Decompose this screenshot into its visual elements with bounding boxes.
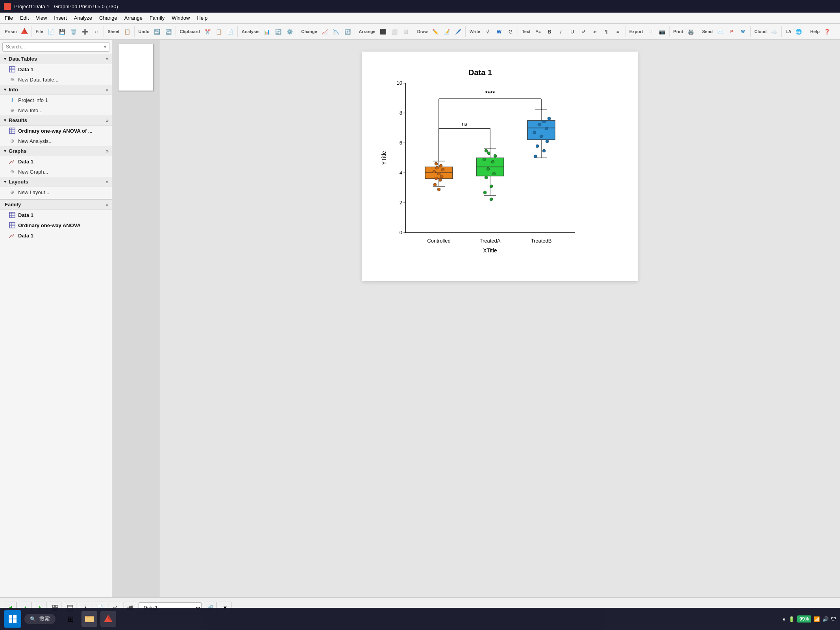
svg-point-43 (433, 170, 436, 173)
svg-point-46 (439, 164, 442, 167)
send-word-btn[interactable]: W (738, 26, 749, 37)
sidebar-item-data1[interactable]: Data 1 (0, 64, 112, 74)
menu-change[interactable]: Change (96, 14, 120, 22)
move-btn[interactable]: ↔️ (91, 26, 102, 37)
svg-rect-14 (9, 222, 15, 228)
arrange2-btn[interactable]: ⬜ (389, 26, 400, 37)
sheet-btn[interactable]: 📋 (122, 26, 133, 37)
cloud-btn[interactable]: ☁️ (769, 26, 780, 37)
new-file-btn[interactable]: 📄 (45, 26, 56, 37)
layouts-label: Layouts (9, 179, 28, 185)
write-w-btn[interactable]: W (494, 26, 505, 37)
new-layout-plus-icon: ⊕ (9, 189, 16, 196)
toolbar-text-group: Text Aa B I U x² x₂ ¶ ≡ (519, 26, 625, 37)
chart-title: Data 1 (468, 68, 492, 77)
delete-btn[interactable]: 🗑️ (68, 26, 79, 37)
help-btn[interactable]: ❓ (821, 26, 833, 37)
write-g-btn[interactable]: G (505, 26, 516, 37)
change1-btn[interactable]: 📈 (319, 26, 330, 37)
text-sub-btn[interactable]: x₂ (590, 26, 601, 37)
sidebar-item-new-analysis[interactable]: ⊕ New Analysis... (0, 136, 112, 146)
svg-rect-107 (87, 616, 89, 617)
graphs-more-icon[interactable]: » (106, 148, 109, 154)
family-item-anova[interactable]: Ordinary one-way ANOVA (0, 220, 112, 230)
menu-insert[interactable]: Insert (51, 14, 70, 22)
export-tiff-btn[interactable]: tiff (645, 26, 656, 37)
sqrt-btn[interactable]: √ (482, 26, 493, 37)
sidebar-item-new-info[interactable]: ⊕ New Info... (0, 105, 112, 115)
text-bold-btn[interactable]: B (544, 26, 555, 37)
graphs-header[interactable]: ▼ Graphs » (0, 146, 112, 156)
family-item-data1[interactable]: Data 1 (0, 210, 112, 220)
info-header[interactable]: ▼ Info » (0, 85, 112, 95)
paste-btn[interactable]: 📄 (225, 26, 236, 37)
text-aa-btn[interactable]: Aa (533, 26, 544, 37)
draw3-btn[interactable]: 🖊️ (453, 26, 464, 37)
family-more-icon[interactable]: » (106, 202, 109, 208)
text-super-btn[interactable]: x² (578, 26, 589, 37)
arrange3-btn[interactable]: ◻️ (400, 26, 411, 37)
menu-family[interactable]: Family (146, 14, 168, 22)
export-btn2[interactable]: 📷 (657, 26, 668, 37)
menu-help[interactable]: Help (194, 14, 211, 22)
layouts-more-icon[interactable]: » (106, 179, 109, 185)
sidebar-item-new-data-table[interactable]: ⊕ New Data Table... (0, 74, 112, 85)
info-more-icon[interactable]: » (106, 87, 109, 93)
taskbar-arrow-up[interactable]: ∧ (782, 616, 786, 622)
draw1-btn[interactable]: ✏️ (430, 26, 441, 37)
send-ppt-btn[interactable]: P (726, 26, 737, 37)
page-thumbnail[interactable] (118, 44, 154, 91)
taskbar-app-prism[interactable] (100, 611, 116, 627)
results-header[interactable]: ▼ Results » (0, 115, 112, 126)
family-item-graph[interactable]: Data 1 (0, 230, 112, 241)
cut-btn[interactable]: ✂️ (202, 26, 213, 37)
anova-label: Ordinary one-way ANOVA of ... (18, 128, 93, 134)
data-tables-section: ▼ Data Tables » Data 1 ⊕ New Data Table.… (0, 54, 112, 85)
menu-edit[interactable]: Edit (17, 14, 32, 22)
data-tables-header[interactable]: ▼ Data Tables » (0, 54, 112, 64)
settings-btn[interactable]: ⚙️ (284, 26, 295, 37)
menu-view[interactable]: View (33, 14, 50, 22)
taskbar-search[interactable]: 🔍 搜索 (24, 614, 56, 624)
sidebar-item-anova[interactable]: Ordinary one-way ANOVA of ... (0, 126, 112, 136)
menu-file[interactable]: File (2, 14, 16, 22)
print-btn[interactable]: 🖨️ (685, 26, 696, 37)
add-btn[interactable]: ➕ (80, 26, 91, 37)
text-align-btn[interactable]: ≡ (612, 26, 624, 37)
analyze-btn[interactable]: 📊 (261, 26, 272, 37)
layouts-expand-icon: ▼ (3, 180, 7, 184)
search-input[interactable] (2, 42, 109, 52)
undo-btn[interactable]: ↩️ (152, 26, 163, 37)
layouts-section: ▼ Layouts » ⊕ New Layout... (0, 177, 112, 197)
results-more-icon[interactable]: » (106, 118, 109, 123)
change2-btn[interactable]: 📉 (331, 26, 342, 37)
la-btn[interactable]: 🌐 (793, 26, 804, 37)
taskbar-app-explorer[interactable]: ⊞ (63, 611, 78, 627)
sidebar-item-new-layout[interactable]: ⊕ New Layout... (0, 187, 112, 197)
layouts-header[interactable]: ▼ Layouts » (0, 177, 112, 187)
draw2-btn[interactable]: 📝 (441, 26, 452, 37)
menu-window[interactable]: Window (168, 14, 193, 22)
graph-canvas[interactable]: Data 1 0 2 4 6 8 (362, 52, 638, 281)
start-button[interactable] (4, 610, 21, 628)
text-para-btn[interactable]: ¶ (601, 26, 612, 37)
menu-analyze[interactable]: Analyze (71, 14, 95, 22)
taskbar-app-files[interactable] (81, 611, 97, 627)
arrange1-btn[interactable]: ⬛ (377, 26, 389, 37)
sidebar-item-new-graph[interactable]: ⊕ New Graph... (0, 167, 112, 177)
sidebar-item-graph-data1[interactable]: Data 1 (0, 156, 112, 167)
sidebar-item-project-info[interactable]: ℹ Project info 1 (0, 95, 112, 105)
refresh-btn[interactable]: 🔄 (273, 26, 284, 37)
family-header[interactable]: Family » (0, 200, 112, 210)
redo-btn[interactable]: ↪️ (163, 26, 174, 37)
prism-logo-btn[interactable] (19, 26, 30, 37)
change3-btn[interactable]: 🔃 (342, 26, 353, 37)
copy-btn[interactable]: 📋 (213, 26, 224, 37)
menu-arrange[interactable]: Arrange (121, 14, 146, 22)
svg-text:8: 8 (399, 110, 402, 116)
send-email-btn[interactable]: ✉️ (715, 26, 726, 37)
text-italic-btn[interactable]: I (555, 26, 566, 37)
data-tables-more-icon[interactable]: » (106, 56, 109, 62)
save-btn[interactable]: 💾 (57, 26, 68, 37)
text-underline-btn[interactable]: U (567, 26, 578, 37)
